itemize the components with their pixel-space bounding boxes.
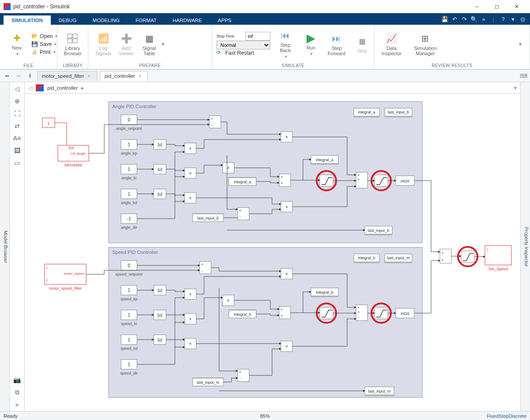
redo-icon[interactable]: ↷ xyxy=(459,14,469,24)
signal-table-button[interactable]: ▦Signal Table xyxy=(139,31,160,57)
status-zoom[interactable]: 85% xyxy=(260,413,270,419)
ribbon-tabs: SIMULATION DEBUG MODELING FORMAT HARDWAR… xyxy=(0,13,530,25)
hide-explorer-icon[interactable]: ◁ xyxy=(12,84,23,94)
log-signals-button[interactable]: 📶Log Signals xyxy=(93,31,114,57)
svg-rect-1 xyxy=(73,34,77,38)
nav-back-icon[interactable]: ⬅ xyxy=(3,72,11,80)
breadcrumb: ◁ pid_controller▸ ▾ xyxy=(25,82,520,94)
tab-simulation[interactable]: SIMULATION xyxy=(4,15,51,25)
stop-time-input[interactable] xyxy=(246,32,270,41)
sim-mode-select[interactable]: Normal xyxy=(216,41,270,49)
svg-text:integral_a: integral_a xyxy=(234,180,251,184)
svg-text:+: + xyxy=(239,208,241,213)
status-bar: Ready 85% FixedStepDiscrete xyxy=(0,411,530,420)
svg-text:+: + xyxy=(357,173,360,178)
step-back-button[interactable]: ⏮Step Back▾ xyxy=(275,28,296,60)
svg-text:integral_a: integral_a xyxy=(358,110,375,114)
fast-restart-button[interactable]: ⟳Fast Restart xyxy=(216,49,270,57)
tab-debug[interactable]: DEBUG xyxy=(51,15,85,25)
chevron-down-icon[interactable]: ▾ xyxy=(508,14,518,24)
add-viewer-button[interactable]: ➕Add Viewer xyxy=(116,31,137,57)
print-button[interactable]: 🖨Print▾ xyxy=(30,48,58,56)
block-icon[interactable]: ▭ xyxy=(12,158,23,168)
help-icon[interactable]: ? xyxy=(498,14,508,24)
svg-rect-0 xyxy=(68,34,72,38)
svg-text:+: + xyxy=(357,310,360,314)
svg-text:|u|: |u| xyxy=(158,313,163,318)
model-browser-tab[interactable]: Model Browser xyxy=(0,82,10,411)
data-inspector-button[interactable]: 📈Data Inspector xyxy=(379,31,404,57)
save-button[interactable]: 💾Save▾ xyxy=(30,40,58,48)
svg-text:+: + xyxy=(357,306,360,310)
svg-text:integral_b: integral_b xyxy=(358,256,375,260)
annotate-icon[interactable]: A≡ xyxy=(12,133,23,143)
window-title: pid_controller - Simulink xyxy=(13,4,70,10)
undo-icon[interactable]: ↶ xyxy=(450,14,459,24)
model-icon xyxy=(36,84,44,91)
screenshot-icon[interactable]: 📷 xyxy=(12,375,23,385)
model-canvas[interactable]: 1 roll_angle MPU6886 1 2 motor_speed mot… xyxy=(25,94,520,411)
library-browser-button[interactable]: Library Browser xyxy=(62,31,83,57)
search-icon[interactable]: 🔍 xyxy=(469,14,479,24)
svg-text:1: 1 xyxy=(128,288,130,293)
close-button[interactable]: ✕ xyxy=(507,0,526,13)
svg-text:+: + xyxy=(280,307,283,312)
svg-text:+: + xyxy=(280,175,283,179)
svg-text:Angle PID Controller: Angle PID Controller xyxy=(112,104,157,109)
step-forward-button[interactable]: ⏭Step Forward xyxy=(326,31,347,57)
chevron-down-icon[interactable]: ▾ xyxy=(514,85,517,91)
svg-rect-3 xyxy=(73,39,77,43)
svg-text:1: 1 xyxy=(128,192,130,197)
zoom-in-icon[interactable]: ⊕ xyxy=(12,96,23,106)
new-button[interactable]: ✚New▾ xyxy=(4,31,29,57)
maximize-button[interactable]: ◻ xyxy=(487,0,507,13)
tab-hardware[interactable]: HARDWARE xyxy=(165,15,210,25)
svg-text:×: × xyxy=(189,341,192,346)
titlebar: pid_controller - Simulink ─ ◻ ✕ xyxy=(0,0,530,13)
tab-modeling[interactable]: MODELING xyxy=(85,15,128,25)
svg-text:×: × xyxy=(189,171,192,176)
svg-text:angle_ki: angle_ki xyxy=(121,176,136,180)
file-tab-motor-speed-filter[interactable]: motor_speed_filter× xyxy=(37,71,97,81)
nav-up-icon[interactable]: ⬆ xyxy=(26,72,34,80)
quick-access-toolbar: 💾 ↶ ↷ 🔍 » | ? ▾ ◎ xyxy=(437,13,530,25)
svg-text:|u|: |u| xyxy=(158,192,163,197)
svg-text:integral_b: integral_b xyxy=(234,312,251,317)
svg-text:0: 0 xyxy=(128,117,130,122)
wrap-icon[interactable]: » xyxy=(479,14,488,24)
file-tab-pid-controller[interactable]: pid_controller× xyxy=(100,71,148,81)
svg-text:×: × xyxy=(189,196,192,201)
close-icon[interactable]: × xyxy=(87,73,90,79)
svg-text:angle_kd: angle_kd xyxy=(121,201,137,205)
swap-icon[interactable]: ⇄ xyxy=(12,121,23,131)
keyboard-icon[interactable]: ⌨ xyxy=(520,73,527,79)
close-icon[interactable]: × xyxy=(139,73,141,79)
svg-text:×: × xyxy=(189,317,192,322)
simulation-manager-button[interactable]: ⊞Simulation Manager xyxy=(411,31,439,57)
svg-text:×: × xyxy=(285,204,288,209)
record-icon[interactable]: ⧉ xyxy=(12,387,23,397)
stop-button[interactable]: ◼Stop xyxy=(352,34,373,54)
run-button[interactable]: ▶Run▾ xyxy=(300,31,322,57)
svg-text:|u|: |u| xyxy=(158,337,163,342)
svg-text:×: × xyxy=(189,146,192,151)
open-button[interactable]: 📂Open▾ xyxy=(30,32,58,40)
breadcrumb-path[interactable]: pid_controller xyxy=(47,85,78,91)
save-icon[interactable]: 💾 xyxy=(440,14,450,24)
tab-format[interactable]: FORMAT xyxy=(128,15,165,25)
svg-rect-86 xyxy=(109,247,422,397)
property-inspector-tab[interactable]: Property Inspector xyxy=(520,82,530,411)
svg-text:-: - xyxy=(240,215,241,219)
tab-apps[interactable]: APPS xyxy=(210,15,239,25)
fit-icon[interactable]: ⛶ xyxy=(12,109,23,118)
nav-fwd-icon[interactable]: ➡ xyxy=(14,72,23,80)
svg-text:Set_Speed: Set_Speed xyxy=(488,267,508,271)
svg-text:+: + xyxy=(201,262,203,267)
minimize-button[interactable]: ─ xyxy=(467,0,487,13)
nav-back-icon[interactable]: ◁ xyxy=(28,85,32,91)
status-solver[interactable]: FixedStepDiscrete xyxy=(487,413,526,419)
svg-text:integral_a: integral_a xyxy=(316,158,333,162)
image-icon[interactable]: 🖼 xyxy=(12,146,23,155)
expand-icon[interactable]: » xyxy=(12,400,23,409)
target-icon[interactable]: ◎ xyxy=(518,14,527,24)
